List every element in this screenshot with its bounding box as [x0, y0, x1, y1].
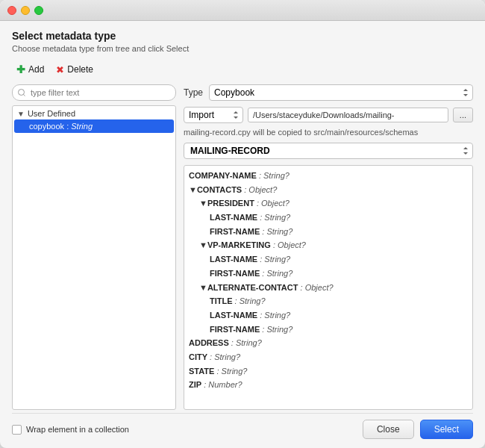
schema-tree-node: LAST-NAME : String?: [189, 211, 468, 225]
tree-group-label: User Defined: [28, 109, 75, 118]
schema-tree-node: FIRST-NAME : String?: [189, 323, 468, 337]
type-label: Type: [184, 87, 203, 98]
select-button[interactable]: Select: [420, 420, 473, 439]
wrap-collection-label: Wrap element in a collection: [26, 425, 129, 434]
copy-notice: mailing-record.cpy will be copied to src…: [184, 128, 473, 137]
schema-tree-node: COMPANY-NAME : String?: [189, 169, 468, 183]
schema-select-row: MAILING-RECORD: [184, 143, 473, 159]
schema-tree-node: ▼CONTACTS : Object?: [189, 183, 468, 197]
toolbar: ✚ Add ✖ Delete: [12, 62, 473, 77]
browse-button[interactable]: ...: [453, 108, 473, 122]
dialog-window: Select metadata type Choose metadata typ…: [0, 0, 485, 448]
schema-tree-node: FIRST-NAME : String?: [189, 267, 468, 281]
schema-tree-node: ZIP : Number?: [189, 378, 468, 392]
right-panel: Type Copybook Import ... mailing-record.…: [184, 84, 473, 410]
schema-tree-node: TITLE : String?: [189, 294, 468, 308]
schema-select[interactable]: MAILING-RECORD: [184, 143, 473, 159]
close-window-button[interactable]: [7, 6, 16, 15]
dialog-subtitle: Choose metadata type from tree and click…: [12, 44, 473, 53]
schema-tree-node: ▼ALTERNATE-CONTACT : Object?: [189, 281, 468, 295]
bottom-row: Wrap element in a collection Close Selec…: [12, 413, 473, 439]
left-panel: ▼ User Defined copybook : String: [12, 84, 176, 410]
delete-label: Delete: [67, 64, 93, 75]
window-content: Select metadata type Choose metadata typ…: [0, 21, 485, 448]
add-label: Add: [28, 64, 44, 75]
add-button[interactable]: ✚ Add: [12, 62, 48, 77]
delete-icon: ✖: [56, 64, 64, 75]
schema-tree-node: ADDRESS : String?: [189, 336, 468, 350]
title-bar: [0, 0, 485, 21]
import-row: Import ...: [184, 107, 473, 123]
main-area: ▼ User Defined copybook : String Type Co…: [12, 84, 473, 410]
tree-group-user-defined: ▼ User Defined: [13, 108, 175, 119]
tree-expand-arrow: ▼: [17, 110, 25, 118]
schema-tree-node: STATE : String?: [189, 364, 468, 379]
path-input[interactable]: [248, 108, 448, 122]
type-row: Type Copybook: [184, 84, 473, 101]
traffic-lights: [7, 6, 43, 15]
minimize-window-button[interactable]: [21, 6, 30, 15]
metadata-tree: ▼ User Defined copybook : String: [12, 105, 176, 410]
type-select[interactable]: Copybook: [209, 84, 473, 101]
schema-tree-node: FIRST-NAME : String?: [189, 225, 468, 239]
tree-item-label: copybook :: [29, 122, 71, 131]
schema-tree-node: LAST-NAME : String?: [189, 308, 468, 323]
import-mode-select[interactable]: Import: [184, 107, 243, 123]
wrap-collection-checkbox[interactable]: [12, 425, 22, 435]
schema-tree-node: CITY : String?: [189, 350, 468, 364]
button-group: Close Select: [363, 420, 473, 439]
schema-tree-node: LAST-NAME : String?: [189, 252, 468, 267]
tree-item-type: String: [71, 122, 93, 131]
schema-tree-node: ▼VP-MARKETING : Object?: [189, 238, 468, 252]
schema-tree-node: ▼PRESIDENT : Object?: [189, 196, 468, 211]
wrap-collection-row: Wrap element in a collection: [12, 425, 129, 435]
dialog-title: Select metadata type: [12, 30, 473, 42]
maximize-window-button[interactable]: [34, 6, 43, 15]
add-icon: ✚: [16, 63, 25, 75]
close-button[interactable]: Close: [363, 420, 414, 439]
tree-item-copybook[interactable]: copybook : String: [14, 119, 174, 133]
search-input[interactable]: [12, 84, 176, 101]
schema-tree: COMPANY-NAME : String?▼CONTACTS : Object…: [184, 165, 473, 410]
delete-button[interactable]: ✖ Delete: [51, 63, 98, 77]
